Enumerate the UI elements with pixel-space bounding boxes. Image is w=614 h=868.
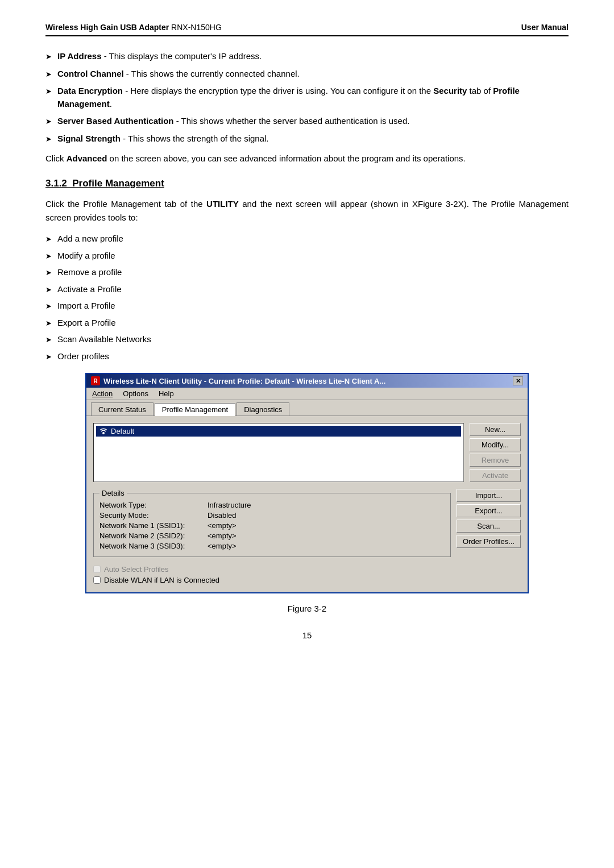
activate-button[interactable]: Activate [470, 469, 521, 482]
btn-group-bottom: Import... Export... Scan... Order Profil… [457, 489, 521, 548]
dialog-bottom: Auto Select Profiles Disable WLAN if LAN… [86, 563, 528, 592]
bullet-server-auth: ➤ Server Based Authentication - This sho… [45, 115, 569, 128]
tools-list: ➤ Add a new profile ➤ Modify a profile ➤… [45, 232, 569, 363]
list-item: ➤ Export a Profile [45, 317, 569, 330]
bullet-arrow-icon: ➤ [45, 301, 52, 312]
ssid1-label: Network Name 1 (SSID1): [99, 521, 208, 530]
bullet-arrow-icon: ➤ [45, 51, 52, 63]
header-model: RNX-N150HG [169, 23, 222, 32]
bullet-arrow-icon: ➤ [45, 134, 52, 145]
menu-help[interactable]: Help [156, 389, 176, 398]
bullet-arrow-icon: ➤ [45, 69, 52, 80]
bullet-channel-text: Control Channel - This shows the current… [57, 68, 300, 81]
scan-button[interactable]: Scan... [457, 520, 521, 533]
bullet-arrow-icon: ➤ [45, 86, 52, 97]
bullet-data-encryption: ➤ Data Encryption - Here displays the en… [45, 85, 569, 110]
list-item: ➤ Remove a profile [45, 266, 569, 279]
figure-caption: Figure 3-2 [45, 604, 569, 613]
list-item: ➤ Activate a Profile [45, 283, 569, 296]
bullet-control-channel: ➤ Control Channel - This shows the curre… [45, 68, 569, 81]
bullet-signal-strength: ➤ Signal Strength - This shows the stren… [45, 132, 569, 146]
details-fieldset: Details Network Type: Infrastructure Sec… [93, 489, 451, 557]
auto-select-checkbox[interactable] [93, 566, 101, 573]
bullet-ip-text: IP Address - This displays the computer'… [57, 50, 262, 63]
remove-button[interactable]: Remove [470, 454, 521, 467]
advanced-para: Click Advanced on the screen above, you … [45, 152, 569, 165]
disable-wlan-label: Disable WLAN if LAN is Connected [104, 576, 219, 584]
network-type-value: Infrastructure [208, 501, 251, 509]
bullet-arrow-icon: ➤ [45, 318, 52, 329]
auto-select-label: Auto Select Profiles [104, 565, 168, 574]
section-title: 3.1.2 Profile Management [45, 178, 569, 189]
dialog-titlebar-left: R Wireless Lite-N Client Utility - Curre… [91, 376, 385, 385]
order-profiles-button[interactable]: Order Profiles... [457, 535, 521, 548]
menu-action[interactable]: Action [90, 389, 115, 398]
auto-select-checkbox-row: Auto Select Profiles [93, 565, 521, 574]
details-section: Details Network Type: Infrastructure Sec… [93, 489, 451, 560]
bullet-signal-text: Signal Strength - This shows the strengt… [57, 132, 269, 146]
modify-button[interactable]: Modify... [470, 438, 521, 451]
ssid2-value: <empty> [208, 531, 237, 540]
bullet-auth-text: Server Based Authentication - This shows… [57, 115, 409, 128]
table-row: Network Type: Infrastructure [99, 501, 445, 509]
tab-profile-management[interactable]: Profile Management [155, 403, 235, 416]
network-type-label: Network Type: [99, 501, 208, 509]
header-left: Wireless High Gain USB Adapter RNX-N150H… [45, 23, 222, 32]
page-number: 15 [45, 630, 569, 640]
svg-point-0 [102, 432, 105, 434]
disable-wlan-checkbox-row: Disable WLAN if LAN is Connected [93, 576, 521, 584]
dialog-title: Wireless Lite-N Client Utility - Current… [103, 377, 385, 385]
dialog-titlebar: R Wireless Lite-N Client Utility - Curre… [86, 374, 528, 388]
dialog-body: Default New... Modify... Remove Activate [86, 416, 528, 489]
page-header: Wireless High Gain USB Adapter RNX-N150H… [45, 23, 569, 36]
list-item: ➤ Modify a profile [45, 250, 569, 263]
wifi-icon [99, 427, 107, 435]
tab-diagnostics[interactable]: Diagnostics [237, 402, 289, 416]
table-row: Network Name 1 (SSID1): <empty> [99, 521, 445, 530]
ssid1-value: <empty> [208, 521, 237, 530]
menu-options[interactable]: Options [121, 389, 151, 398]
bullet-arrow-icon: ➤ [45, 267, 52, 279]
feature-bullet-list: ➤ IP Address - This displays the compute… [45, 50, 569, 145]
security-mode-value: Disabled [208, 511, 237, 520]
bullet-arrow-icon: ➤ [45, 234, 52, 245]
bullet-arrow-icon: ➤ [45, 351, 52, 363]
table-row: Security Mode: Disabled [99, 511, 445, 520]
app-icon: R [91, 376, 100, 385]
bullet-arrow-icon: ➤ [45, 116, 52, 127]
list-item: ➤ Order profiles [45, 350, 569, 363]
export-button[interactable]: Export... [457, 504, 521, 517]
details-section-row: Details Network Type: Infrastructure Sec… [86, 489, 528, 563]
list-item: ➤ Add a new profile [45, 232, 569, 246]
header-right: User Manual [521, 23, 569, 32]
bullet-encryption-text: Data Encryption - Here displays the encr… [57, 85, 569, 110]
table-row: Network Name 3 (SSID3): <empty> [99, 542, 445, 550]
bullet-arrow-icon: ➤ [45, 251, 52, 262]
profile-list: Default [93, 423, 464, 482]
header-product-bold: Wireless High Gain USB Adapter [45, 23, 169, 32]
bullet-arrow-icon: ➤ [45, 284, 52, 296]
page: Wireless High Gain USB Adapter RNX-N150H… [0, 0, 614, 868]
ssid3-label: Network Name 3 (SSID3): [99, 542, 208, 550]
bullet-ip-address: ➤ IP Address - This displays the compute… [45, 50, 569, 63]
profile-default-item[interactable]: Default [96, 426, 461, 437]
import-button[interactable]: Import... [457, 489, 521, 502]
profile-mgmt-dialog: R Wireless Lite-N Client Utility - Curre… [85, 373, 529, 593]
tab-current-status[interactable]: Current Status [91, 402, 154, 416]
details-legend: Details [99, 489, 127, 497]
dialog-inner: Default New... Modify... Remove Activate… [86, 416, 528, 592]
btn-group-top: New... Modify... Remove Activate [470, 423, 521, 482]
profile-name: Default [111, 427, 134, 435]
list-item: ➤ Import a Profile [45, 300, 569, 313]
new-button[interactable]: New... [470, 423, 521, 436]
security-mode-label: Security Mode: [99, 511, 208, 520]
ssid3-value: <empty> [208, 542, 237, 550]
dialog-menubar: Action Options Help [86, 388, 528, 400]
profile-mgmt-para: Click the Profile Management tab of the … [45, 197, 569, 225]
bullet-arrow-icon: ➤ [45, 334, 52, 346]
close-button[interactable]: ✕ [513, 376, 523, 385]
dialog-tabs: Current Status Profile Management Diagno… [86, 400, 528, 416]
ssid2-label: Network Name 2 (SSID2): [99, 531, 208, 540]
disable-wlan-checkbox[interactable] [93, 576, 101, 584]
table-row: Network Name 2 (SSID2): <empty> [99, 531, 445, 540]
